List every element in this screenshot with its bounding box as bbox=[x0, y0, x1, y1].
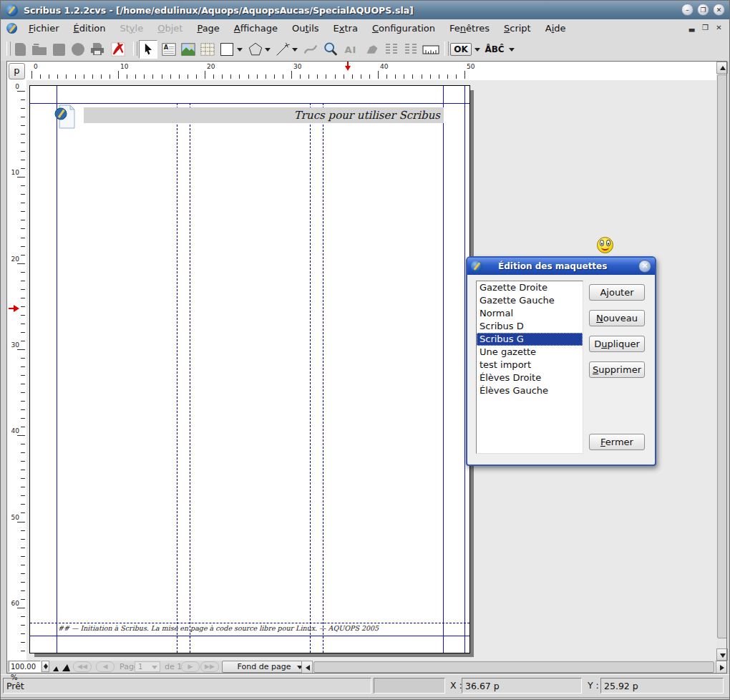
menu-fentres[interactable]: Fenêtres bbox=[442, 21, 497, 35]
x-coordinate-value: 36.67 p bbox=[462, 678, 582, 694]
guide-column-2b bbox=[323, 103, 323, 653]
horizontal-ruler-cursor-marker bbox=[345, 62, 351, 72]
polygon-tool[interactable] bbox=[246, 40, 265, 59]
spellcheck-tool[interactable]: ÅBĈ bbox=[482, 40, 507, 59]
bezier-tool bbox=[301, 40, 320, 59]
text-frame-tool[interactable]: A bbox=[160, 40, 178, 59]
shape-tool-dropdown-icon[interactable] bbox=[237, 48, 243, 52]
scroll-up-icon[interactable] bbox=[716, 62, 728, 74]
mdi-close-icon[interactable]: ✕ bbox=[714, 23, 724, 32]
smiley-icon bbox=[597, 237, 613, 253]
toolbar-handle[interactable] bbox=[133, 42, 137, 56]
zoom-spinner-buttons[interactable] bbox=[42, 661, 49, 672]
guide-margin-top bbox=[30, 103, 469, 104]
mdi-restore-icon[interactable]: ❐ bbox=[701, 23, 710, 32]
page-header-bar[interactable]: Trucs pour utiliser Scribus bbox=[84, 107, 444, 123]
menu-outils[interactable]: Outils bbox=[285, 21, 326, 35]
list-item[interactable]: Gazette Gauche bbox=[477, 294, 583, 307]
vertical-ruler[interactable]: 0102030405060 bbox=[7, 80, 26, 661]
mdi-window-icon[interactable] bbox=[6, 23, 17, 34]
ok-tool-dropdown-icon[interactable] bbox=[474, 48, 480, 52]
image-frame-tool[interactable] bbox=[179, 40, 198, 59]
fermer-button[interactable]: Fermer bbox=[589, 434, 645, 450]
page[interactable]: Trucs pour utiliser Scribus ## — Initiat… bbox=[29, 85, 470, 653]
select-tool[interactable] bbox=[139, 40, 157, 59]
list-item[interactable]: Scribus D bbox=[477, 320, 583, 333]
shape-tool[interactable] bbox=[218, 40, 236, 59]
list-item[interactable]: test import bbox=[477, 359, 583, 371]
next-page-button: ▶ bbox=[181, 661, 200, 672]
scribus-window: Scribus 1.2.2cvs - [/home/edulinux/Aquop… bbox=[0, 0, 730, 700]
mdi-minimize-icon[interactable]: ▃ bbox=[687, 23, 696, 32]
zoom-out-icon[interactable] bbox=[53, 666, 59, 671]
list-item[interactable]: Gazette Droite bbox=[477, 281, 583, 294]
supprimer-button[interactable]: Supprimer bbox=[589, 361, 645, 378]
scroll-right-icon[interactable] bbox=[716, 661, 727, 674]
guide-margin-bottom bbox=[30, 636, 469, 636]
new-document-icon bbox=[11, 40, 29, 59]
menu-affichage[interactable]: Affichage bbox=[227, 21, 285, 35]
horizontal-ruler[interactable]: 01020304050 bbox=[26, 62, 716, 80]
dialog-close-icon[interactable]: ✕ bbox=[638, 260, 651, 273]
horizontal-scrollbar-thumb[interactable] bbox=[313, 661, 714, 673]
spellcheck-dropdown-icon[interactable] bbox=[509, 48, 515, 52]
guide-column-1a bbox=[177, 103, 177, 653]
menubar-items: FichierÉditionStyleObjetPageAffichageOut… bbox=[21, 21, 573, 35]
line-tool[interactable] bbox=[273, 40, 292, 59]
statusbar: Prêt X : 36.67 p Y : 25.92 p bbox=[1, 674, 729, 698]
bottom-controls: 100.00 % ◀◀ ◀ Page 1 de 1 ▶ ▶▶ Fond de p… bbox=[7, 661, 727, 674]
menu-script[interactable]: Script bbox=[497, 21, 538, 35]
print-icon[interactable] bbox=[88, 40, 107, 59]
list-item[interactable]: Élèves Gauche bbox=[477, 384, 583, 397]
list-item[interactable]: Élèves Droite bbox=[477, 371, 583, 384]
vertical-scrollbar[interactable] bbox=[716, 62, 728, 661]
menu-page[interactable]: Page bbox=[190, 21, 226, 35]
unit-button[interactable]: p bbox=[9, 63, 25, 79]
guide-margin-left bbox=[57, 86, 57, 653]
dialog-titlebar: Édition des maquettes ✕ bbox=[467, 258, 655, 275]
vertical-scrollbar-thumb[interactable] bbox=[717, 74, 727, 638]
unlink-text-frames-tool bbox=[402, 40, 420, 59]
ok-button-tool[interactable]: OK bbox=[449, 40, 472, 59]
scroll-down-icon[interactable] bbox=[716, 648, 728, 661]
minimize-button[interactable]: – bbox=[681, 4, 694, 16]
last-page-button: ▶▶ bbox=[200, 661, 219, 672]
zoom-level-input[interactable]: 100.00 % bbox=[9, 661, 41, 672]
line-tool-dropdown-icon[interactable] bbox=[292, 48, 298, 52]
zoom-in-icon[interactable] bbox=[62, 664, 70, 671]
guide-column-2a bbox=[310, 103, 311, 653]
layer-select[interactable]: Fond de page bbox=[222, 661, 306, 673]
menu-extra[interactable]: Extra bbox=[326, 21, 365, 35]
menu-aide[interactable]: Aide bbox=[538, 21, 573, 35]
maquette-list[interactable]: Gazette DroiteGazette GaucheNormalScribu… bbox=[476, 281, 583, 454]
open-document-icon bbox=[30, 40, 49, 59]
vertical-ruler-cursor-marker bbox=[9, 305, 20, 312]
nouveau-button[interactable]: Nouveau bbox=[589, 310, 645, 326]
maximize-button[interactable]: ❐ bbox=[697, 4, 709, 16]
guide-right-edge bbox=[464, 86, 465, 653]
dialog-scribus-icon bbox=[471, 261, 482, 272]
polygon-tool-dropdown-icon[interactable] bbox=[265, 48, 271, 52]
table-tool[interactable] bbox=[198, 40, 217, 59]
scribus-document-icon bbox=[54, 104, 77, 130]
ajouter-button[interactable]: Ajouter bbox=[589, 284, 645, 301]
menu-fichier[interactable]: Fichier bbox=[21, 21, 67, 35]
dupliquer-button[interactable]: Dupliquer bbox=[589, 336, 645, 352]
export-pdf-icon[interactable] bbox=[109, 40, 127, 59]
menu-objet: Objet bbox=[150, 21, 190, 35]
list-item[interactable]: Scribus G bbox=[477, 333, 583, 346]
link-text-frames-tool bbox=[382, 40, 401, 59]
svg-text:A: A bbox=[164, 44, 169, 51]
close-button[interactable]: ✕ bbox=[713, 4, 725, 16]
menu-dition[interactable]: Édition bbox=[67, 21, 113, 35]
zoom-tool[interactable] bbox=[321, 40, 340, 59]
x-coordinate-label: X : bbox=[450, 680, 462, 691]
scroll-left-icon[interactable] bbox=[301, 661, 313, 674]
toolbar-handle[interactable] bbox=[444, 42, 449, 56]
list-item[interactable]: Normal bbox=[477, 307, 583, 320]
list-item[interactable]: Une gazette bbox=[477, 346, 583, 359]
measurements-tool[interactable] bbox=[422, 40, 440, 59]
menu-configuration[interactable]: Configuration bbox=[365, 21, 442, 35]
page-header-title: Trucs pour utiliser Scribus bbox=[294, 109, 440, 122]
horizontal-scrollbar[interactable] bbox=[301, 661, 727, 674]
